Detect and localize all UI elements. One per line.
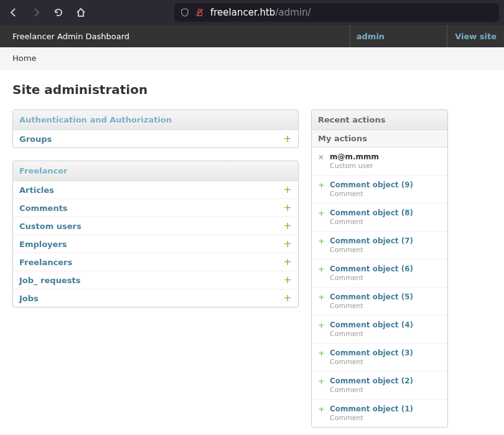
model-groups-label: Groups [19, 134, 52, 144]
add-job-requests-icon[interactable]: + [284, 275, 292, 285]
model-freelancers-label: Freelancers [19, 258, 72, 267]
action-item: + Comment object (2) Comment [312, 372, 447, 400]
model-groups[interactable]: Groups + [13, 130, 298, 147]
add-icon: + [318, 405, 325, 414]
action-title[interactable]: Comment object (8) [330, 208, 413, 217]
model-articles-label: Articles [19, 185, 54, 195]
action-title[interactable]: Comment object (5) [330, 292, 413, 301]
header-right: admin View site [350, 25, 504, 47]
action-sub: Comment [330, 190, 413, 198]
add-icon: + [318, 377, 325, 386]
action-item: + Comment object (6) Comment [312, 260, 447, 288]
lock-icon [195, 8, 204, 17]
action-list: ✕ m@m.mmm Custom user + Comment object (… [312, 147, 447, 427]
model-custom-users[interactable]: Custom users + [13, 217, 298, 235]
add-icon: + [318, 264, 325, 274]
app-freelancer: Freelancer Articles + Comments + Custom … [12, 161, 299, 307]
header-branding: Freelancer Admin Dashboard [0, 32, 142, 41]
model-employers[interactable]: Employers + [13, 235, 298, 253]
add-icon: + [318, 208, 325, 218]
action-item: + Comment object (3) Comment [312, 344, 447, 372]
action-sub: Comment [330, 302, 413, 310]
action-title[interactable]: Comment object (6) [330, 264, 413, 273]
reload-icon[interactable] [54, 7, 63, 17]
recent-actions-heading: Recent actions [312, 110, 447, 130]
url-bar[interactable]: freelancer.htb/admin/ [174, 3, 499, 22]
action-sub: Comment [330, 246, 413, 254]
forward-icon [31, 7, 41, 17]
model-jobs[interactable]: Jobs + [13, 289, 298, 307]
app-freelancer-heading[interactable]: Freelancer [13, 161, 298, 181]
add-jobs-icon[interactable]: + [284, 293, 292, 303]
action-item: + Comment object (1) Comment [312, 400, 447, 427]
side-column: Recent actions My actions ✕ m@m.mmm Cust… [311, 110, 448, 435]
browser-nav [5, 7, 86, 17]
delete-icon: ✕ [318, 152, 325, 162]
action-item: + Comment object (5) Comment [312, 288, 447, 316]
model-job-requests[interactable]: Job_ requests + [13, 271, 298, 289]
add-articles-icon[interactable]: + [284, 185, 292, 195]
model-job-requests-label: Job_ requests [19, 276, 80, 285]
model-employers-label: Employers [19, 240, 67, 249]
action-sub: Comment [330, 330, 413, 338]
admin-header: Freelancer Admin Dashboard admin View si… [0, 25, 504, 47]
add-freelancers-icon[interactable]: + [284, 257, 292, 267]
view-site-link[interactable]: View site [447, 25, 504, 47]
action-title[interactable]: Comment object (7) [330, 236, 413, 245]
app-auth: Authentication and Authorization Groups … [12, 110, 299, 148]
action-sub: Comment [330, 414, 413, 422]
back-icon[interactable] [9, 7, 19, 17]
content: Site administration Authentication and A… [0, 70, 504, 435]
add-icon: + [318, 292, 325, 302]
model-articles[interactable]: Articles + [13, 181, 298, 199]
my-actions-heading: My actions [312, 130, 447, 147]
model-comments-label: Comments [19, 203, 68, 213]
add-comments-icon[interactable]: + [284, 203, 292, 213]
home-icon[interactable] [76, 7, 86, 17]
breadcrumb-home[interactable]: Home [12, 54, 36, 63]
action-sub: Comment [330, 358, 413, 366]
action-title[interactable]: Comment object (2) [330, 377, 413, 385]
action-title[interactable]: Comment object (9) [330, 180, 413, 189]
action-item: + Comment object (9) Comment [312, 175, 447, 203]
breadcrumb: Home [0, 47, 504, 70]
action-item: + Comment object (8) Comment [312, 203, 447, 232]
recent-actions-module: Recent actions My actions ✕ m@m.mmm Cust… [311, 110, 448, 428]
browser-toolbar: freelancer.htb/admin/ [0, 0, 504, 25]
add-icon: + [318, 320, 325, 330]
url-text: freelancer.htb/admin/ [210, 7, 311, 18]
action-title[interactable]: Comment object (1) [330, 405, 413, 413]
model-comments[interactable]: Comments + [13, 199, 298, 217]
add-icon: + [318, 236, 325, 246]
main-column: Authentication and Authorization Groups … [12, 110, 299, 435]
action-sub: Comment [330, 218, 413, 226]
action-title[interactable]: Comment object (4) [330, 320, 413, 329]
add-icon: + [318, 180, 325, 190]
add-group-icon[interactable]: + [284, 134, 292, 144]
action-item-delete: ✕ m@m.mmm Custom user [312, 147, 447, 175]
model-custom-users-label: Custom users [19, 222, 82, 231]
action-sub: Custom user [330, 162, 379, 170]
dashboard: Authentication and Authorization Groups … [12, 110, 492, 435]
shield-icon [180, 8, 189, 17]
add-employers-icon[interactable]: + [284, 239, 292, 249]
app-auth-heading[interactable]: Authentication and Authorization [13, 110, 298, 130]
action-sub: Comment [330, 274, 413, 282]
action-title[interactable]: Comment object (3) [330, 348, 413, 357]
action-item: + Comment object (7) Comment [312, 232, 447, 260]
action-title: m@m.mmm [330, 152, 379, 161]
header-user-link[interactable]: admin [350, 25, 447, 47]
action-item: + Comment object (4) Comment [312, 316, 447, 344]
page-title: Site administration [12, 82, 492, 97]
add-icon: + [318, 348, 325, 358]
action-sub: Comment [330, 386, 413, 394]
model-freelancers[interactable]: Freelancers + [13, 253, 298, 271]
add-custom-users-icon[interactable]: + [284, 221, 292, 231]
model-jobs-label: Jobs [19, 294, 39, 303]
